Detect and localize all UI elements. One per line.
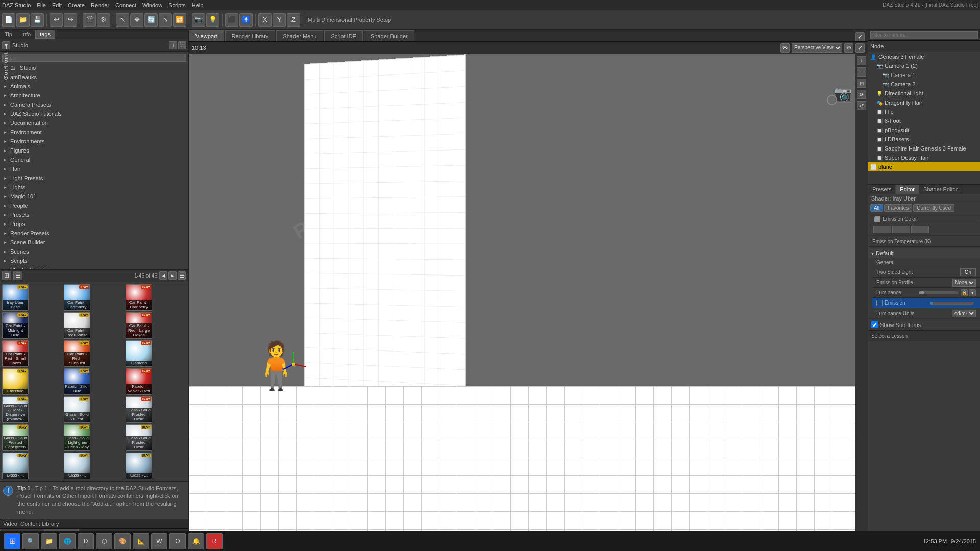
- rotate-button[interactable]: 🔄: [144, 13, 158, 27]
- emission-dot[interactable]: [876, 300, 883, 306]
- tree-item[interactable]: ▸ Animals: [0, 82, 188, 91]
- material-thumb[interactable]: IRAY Glass - ...: [64, 453, 90, 479]
- scene-node-item[interactable]: 🔲 pBodysuit: [868, 126, 980, 135]
- tree-item[interactable]: ▸ amBeauks: [0, 72, 188, 82]
- tab-render-library[interactable]: Render Library: [225, 30, 276, 41]
- scale-button[interactable]: ⤡: [159, 13, 172, 27]
- material-thumb[interactable]: IRAY Emissive: [2, 368, 29, 395]
- material-thumb[interactable]: IRAY Car Paint - Pearl White: [64, 312, 90, 339]
- luminance-units-select[interactable]: cd/m²: [952, 310, 976, 317]
- taskbar-file-explorer[interactable]: 📁: [41, 533, 57, 549]
- material-thumb[interactable]: IRAY Diamond: [126, 340, 152, 367]
- two-sided-toggle[interactable]: On: [960, 268, 976, 276]
- taskbar-app6[interactable]: R: [206, 533, 223, 549]
- tree-item[interactable]: ▸ Magic-101: [0, 192, 188, 201]
- tree-item[interactable]: ▸ Presets: [0, 210, 188, 219]
- left-tab-tags[interactable]: tags: [35, 30, 55, 39]
- tab-shader-builder[interactable]: Shader Builder: [364, 30, 414, 41]
- shader-editor2-tab[interactable]: Shader Editor: [919, 185, 962, 194]
- shader-editor-tab[interactable]: Editor: [896, 185, 919, 194]
- taskbar-app3[interactable]: 🎨: [114, 533, 131, 549]
- vp-view-select[interactable]: Perspective View: [792, 43, 842, 53]
- scene-node-item[interactable]: 🔲 8-Foot: [868, 116, 980, 126]
- scene-node-item[interactable]: 👤 Genesis 3 Female: [868, 52, 980, 61]
- material-thumb[interactable]: IRAY Glass - Solid - Frosted - Clear: [126, 424, 152, 451]
- material-thumb[interactable]: IRAY Iray Uber Base: [2, 284, 29, 311]
- tree-item-studio[interactable]: ▾ 🗂 Studio: [0, 63, 188, 72]
- tab-shader-menu[interactable]: Shader Menu: [276, 30, 323, 41]
- render-settings-button[interactable]: ⚙: [97, 13, 110, 27]
- zoom-in-button[interactable]: +: [857, 56, 866, 65]
- tree-item[interactable]: ▸ Camera Presets: [0, 100, 188, 109]
- taskbar-outlook[interactable]: O: [169, 533, 186, 549]
- scene-node-item[interactable]: ⬜ plane: [868, 162, 980, 171]
- viewport[interactable]: 10:13 👁 Perspective View ⚙ ⤢ RRCG RRCG R…: [189, 42, 868, 539]
- tree-item[interactable]: ▸ Shader Presets: [0, 265, 188, 270]
- taskbar-daz[interactable]: D: [78, 533, 94, 549]
- scene-node-item[interactable]: 🔲 Sapphire Hair Genesis 3 Female: [868, 144, 980, 153]
- scene-node-item[interactable]: 🔲 Super Dessy Hair: [868, 153, 980, 162]
- save-button[interactable]: 💾: [31, 13, 44, 27]
- tree-search-input[interactable]: [2, 54, 186, 62]
- material-thumb[interactable]: IRAY Glass - Solid - Clear - Dispersive …: [2, 396, 29, 423]
- translate-z-button[interactable]: Z: [287, 13, 300, 27]
- scene-node-item[interactable]: 🎭 DragonFly Hair: [868, 98, 980, 107]
- luminance-slider[interactable]: [919, 291, 959, 294]
- tree-item[interactable]: ▸ General: [0, 155, 188, 164]
- left-tab-tip[interactable]: Tip: [0, 30, 17, 39]
- luminance-options-icon[interactable]: ▾: [969, 289, 976, 296]
- tree-item[interactable]: ▸ Architecture: [0, 91, 188, 100]
- taskbar-word[interactable]: W: [151, 533, 167, 549]
- grid-next-button[interactable]: ▸: [168, 271, 177, 280]
- menu-connect[interactable]: Connect: [115, 2, 136, 8]
- menu-help[interactable]: Help: [192, 2, 204, 8]
- menu-create[interactable]: Create: [68, 2, 85, 8]
- shader-presets-tab[interactable]: Presets: [868, 185, 896, 194]
- shader-favorites-tab[interactable]: Favorites: [884, 204, 912, 212]
- emission-b-input[interactable]: 0.59: [911, 226, 929, 233]
- material-thumb[interactable]: IRAY Car Paint - Red - Sunburst: [64, 340, 90, 367]
- default-group-header[interactable]: Default: [868, 248, 980, 258]
- camera-button[interactable]: 📷: [192, 13, 205, 27]
- vp-perspective-icon[interactable]: 👁: [780, 43, 790, 53]
- scene-node-item[interactable]: 🔲 LDBasets: [868, 135, 980, 144]
- scene-node-item[interactable]: 📷 Camera 2: [868, 80, 980, 89]
- select-button[interactable]: ↖: [116, 13, 129, 27]
- frame-button[interactable]: ⊡: [857, 79, 866, 88]
- undo-button[interactable]: ↩: [50, 13, 63, 27]
- translate-y-button[interactable]: Y: [273, 13, 286, 27]
- tree-item[interactable]: ▸ Lights: [0, 183, 188, 192]
- emission-slider[interactable]: [930, 302, 974, 305]
- menu-edit[interactable]: Edit: [52, 2, 62, 8]
- tree-item[interactable]: ▸ Render Presets: [0, 229, 188, 238]
- reset-button[interactable]: ⟳: [857, 90, 866, 99]
- tree-item[interactable]: ▸ People: [0, 201, 188, 210]
- scene-node-item[interactable]: 🔲 Flip: [868, 107, 980, 116]
- material-thumb[interactable]: IRAY Car Paint - Midnight Blue: [2, 312, 29, 339]
- material-thumb[interactable]: IRAY Car Paint - Red - Small Flakes: [2, 340, 29, 367]
- tree-item[interactable]: ▸ Scenes: [0, 247, 188, 256]
- zoom-out-button[interactable]: −: [857, 67, 866, 77]
- material-thumb[interactable]: IRAY Car Paint - Chambery: [64, 284, 90, 311]
- grid-options-button[interactable]: ☰: [178, 271, 186, 280]
- material-thumb[interactable]: IRAY Glass - ...: [2, 453, 29, 479]
- menu-scripts[interactable]: Scripts: [168, 2, 186, 8]
- new-scene-button[interactable]: 📄: [2, 13, 15, 27]
- material-thumb[interactable]: IRAY Car Paint - Cranberry: [126, 284, 152, 311]
- render-button[interactable]: 🎬: [83, 13, 96, 27]
- material-thumb[interactable]: IRAY Glass - Solid - Light green - Deep …: [64, 424, 90, 451]
- tree-item[interactable]: ▸ Environment: [0, 128, 188, 137]
- luminance-lock-icon[interactable]: 🔒: [961, 289, 968, 296]
- shader-current-tab[interactable]: Currently Used: [913, 204, 954, 212]
- material-thumb[interactable]: IRAY Glass - Solid - Clear: [64, 396, 90, 423]
- menu-daz[interactable]: DAZ Studio: [2, 2, 31, 8]
- tree-item[interactable]: ▸ Hair: [0, 164, 188, 173]
- vp-maximize-button[interactable]: ⤢: [855, 43, 865, 53]
- grid-view-toggle[interactable]: ⊞: [2, 271, 11, 280]
- taskbar-browser[interactable]: 🌐: [59, 533, 76, 549]
- tree-menu-button[interactable]: ☰: [178, 41, 186, 49]
- shader-all-tab[interactable]: All: [870, 204, 883, 212]
- emission-g-input[interactable]: 0.59: [892, 226, 910, 233]
- node-search-input[interactable]: [870, 31, 978, 39]
- figure-button[interactable]: 🚹: [239, 13, 253, 27]
